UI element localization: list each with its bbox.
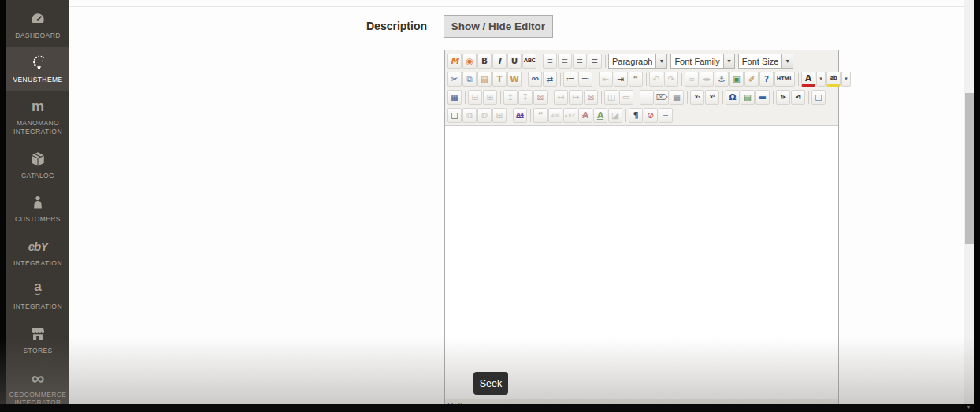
editor-content-area[interactable] [445, 125, 838, 399]
underline-icon[interactable]: U [507, 54, 522, 69]
visual-aid-icon[interactable]: ▦ [670, 90, 684, 105]
font-family-value: Font Family [671, 54, 722, 68]
advanced-hr-icon[interactable]: ▬ [755, 90, 770, 105]
editor-toolbar: M◉BIUABC≡≡≡≡ Paragraph ▼ Font Family ▼ F… [445, 50, 838, 125]
page-break-icon[interactable]: ┄ [659, 108, 673, 123]
toolbar-separator [681, 73, 682, 86]
delete-row-icon[interactable]: ⊠ [533, 90, 548, 105]
nonbreaking-space-icon[interactable]: ⊘ [644, 108, 658, 123]
cleanup-icon[interactable]: ✐ [744, 72, 759, 87]
sidebar-item-amazon-integration[interactable]: a⌣ INTEGRATION [6, 274, 69, 318]
outdent-icon[interactable]: ⇤ [599, 72, 613, 87]
copy-icon[interactable]: ⧉ [462, 72, 477, 87]
insert-row-before-icon[interactable]: ↥ [503, 90, 518, 105]
paste-from-word-icon[interactable]: W [507, 72, 522, 87]
paste-icon[interactable]: ▤ [477, 72, 492, 87]
blockquote-icon[interactable]: “ [629, 72, 643, 87]
link-icon[interactable]: ∞ [685, 72, 699, 87]
sidebar-item-label: INTEGRATION [13, 303, 62, 311]
fullscreen-icon[interactable]: ▢ [811, 90, 826, 105]
insert-variable-icon[interactable]: ◉ [462, 54, 477, 69]
table-row-properties-icon[interactable]: ⊟ [468, 90, 482, 105]
seek-tooltip[interactable]: Seek [473, 372, 508, 395]
unlink-icon[interactable]: ∞ [700, 72, 714, 87]
table-cell-properties-icon[interactable]: ⊞ [483, 90, 497, 105]
insert-table-icon[interactable]: ▦ [447, 90, 462, 105]
remove-format-icon[interactable]: ⌦ [655, 90, 669, 105]
sidebar-item-label: MANOMANO INTEGRATION [8, 119, 68, 135]
move-forward-icon[interactable]: ⧉ [462, 108, 477, 123]
help-icon[interactable]: ? [759, 72, 774, 87]
window-right-edge [974, 0, 980, 412]
chevron-down-icon: ▼ [723, 54, 734, 68]
strikethrough-icon[interactable]: ABC [522, 54, 536, 69]
horizontal-rule-icon[interactable]: — [640, 90, 654, 105]
sidebar-item-stores[interactable]: STORES [6, 318, 69, 362]
manomano-logo-icon: m [32, 97, 44, 116]
undo-icon[interactable]: ↶ [649, 72, 663, 87]
insertion-icon[interactable]: A [593, 108, 607, 123]
abbreviation-icon[interactable]: ABR [548, 108, 562, 123]
find-replace-icon[interactable]: ⇄ [543, 72, 557, 87]
vertical-scrollbar-thumb[interactable] [965, 93, 974, 244]
rtl-direction-icon[interactable]: ◂¶ [791, 90, 805, 105]
split-cells-icon[interactable]: ◫ [604, 90, 618, 105]
scrollbar-down-arrow-icon[interactable]: ▼ [966, 404, 971, 410]
text-color-icon[interactable]: A [801, 72, 815, 87]
paste-as-text-icon[interactable]: T [492, 72, 507, 87]
anchor-icon[interactable]: ⚓ [715, 72, 729, 87]
highlight-color-icon[interactable]: ab [826, 72, 841, 87]
font-size-select[interactable]: Font Size ▼ [738, 54, 793, 69]
sidebar-item-dashboard[interactable]: DASHBOARD [6, 3, 69, 47]
admin-sidebar: DASHBOARD VENUSTHEME m MANOMANO INTEGRAT… [6, 0, 69, 412]
insert-column-after-icon[interactable]: ↦ [569, 90, 583, 105]
image-icon[interactable]: ▣ [729, 72, 744, 87]
acronym-icon[interactable]: A.B.C. [563, 108, 577, 123]
catalog-box-icon [29, 150, 46, 169]
insert-row-after-icon[interactable]: ↧ [518, 90, 533, 105]
insert-column-before-icon[interactable]: ↤ [554, 90, 568, 105]
deletion-icon[interactable]: A [578, 108, 592, 123]
citation-icon[interactable]: “ [533, 108, 548, 123]
cut-icon[interactable]: ✂ [447, 72, 462, 87]
text-color-arrow-icon[interactable]: ▾ [816, 72, 826, 87]
style-properties-icon[interactable]: A4 [513, 108, 527, 123]
redo-icon[interactable]: ↷ [664, 72, 678, 87]
sidebar-item-venustheme[interactable]: VENUSTHEME [6, 47, 69, 91]
insert-widget-icon[interactable]: M [447, 54, 462, 69]
show-hide-editor-button[interactable]: Show / Hide Editor [444, 15, 553, 38]
font-size-value: Font Size [739, 54, 781, 68]
absolute-position-icon[interactable]: ⊞ [492, 108, 507, 123]
delete-column-icon[interactable]: ⊠ [584, 90, 598, 105]
move-backward-icon[interactable]: ⧉ [477, 108, 492, 123]
sidebar-item-label: CUSTOMERS [15, 215, 61, 224]
align-right-icon[interactable]: ≡ [573, 54, 587, 69]
indent-icon[interactable]: ⇥ [614, 72, 628, 87]
insert-media-icon[interactable]: ▤ [741, 90, 755, 105]
find-icon[interactable]: oo [528, 72, 542, 87]
highlight-color-arrow-icon[interactable]: ▾ [841, 72, 851, 87]
merge-cells-icon[interactable]: ▭ [619, 90, 633, 105]
bullet-list-icon[interactable]: ≔ [563, 72, 577, 87]
sidebar-item-manomano-integration[interactable]: m MANOMANO INTEGRATION [6, 91, 69, 143]
align-center-icon[interactable]: ≡ [558, 54, 572, 69]
numbered-list-icon[interactable]: ≕ [578, 72, 592, 87]
sidebar-item-customers[interactable]: CUSTOMERS [6, 187, 69, 231]
subscript-icon[interactable]: x₂ [690, 90, 704, 105]
superscript-icon[interactable]: x² [705, 90, 719, 105]
visual-characters-icon[interactable]: ¶ [629, 108, 643, 123]
bold-icon[interactable]: B [477, 54, 492, 69]
align-left-icon[interactable]: ≡ [543, 54, 557, 69]
font-family-select[interactable]: Font Family ▼ [670, 54, 734, 69]
ltr-direction-icon[interactable]: ¶▸ [776, 90, 790, 105]
italic-icon[interactable]: I [492, 54, 507, 69]
align-justify-icon[interactable]: ≡ [588, 54, 602, 69]
insert-layer-icon[interactable]: ▢ [447, 108, 462, 123]
sidebar-item-ebay-integration[interactable]: ebY INTEGRATION [6, 231, 69, 275]
sidebar-item-catalog[interactable]: CATALOG [6, 143, 69, 187]
cedcommerce-infinity-icon: ∞ [32, 369, 44, 388]
paragraph-format-select[interactable]: Paragraph ▼ [608, 54, 667, 69]
special-character-icon[interactable]: Ω [726, 90, 740, 105]
insert-attributes-icon[interactable]: ◪ [608, 108, 622, 123]
html-source-icon[interactable]: HTML [774, 72, 795, 87]
